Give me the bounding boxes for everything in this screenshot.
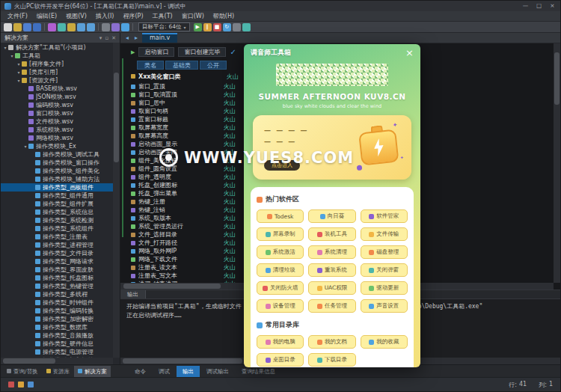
tree-item[interactable]: 操作类模块_调试工具 — [1, 150, 113, 159]
column-header-baseclass[interactable]: 基础类 — [165, 61, 198, 70]
close-icon[interactable]: ✕ — [111, 35, 116, 41]
output-tab[interactable]: 命令 — [129, 366, 152, 377]
editor-vertical-scrollbar[interactable] — [554, 43, 560, 283]
tree-item[interactable]: 操作类型_文件目录 — [1, 249, 113, 257]
app-button[interactable]: 关闭防火墙 — [257, 281, 304, 295]
app-button[interactable]: 关闭弹窗 — [361, 263, 408, 277]
tree-item[interactable]: 系统模块.wsv — [1, 126, 113, 134]
tree-item[interactable]: 操作类型_电源管理 — [1, 348, 113, 356]
tree-item[interactable]: 编码模块.wsv — [1, 101, 113, 109]
maximize-icon[interactable]: □ — [535, 1, 543, 10]
tree-item[interactable]: 操作类模块_组件美化 — [1, 167, 113, 175]
app-button[interactable]: UAC权限 — [308, 281, 355, 295]
tab-main-v[interactable]: main.v — [142, 33, 177, 43]
app-button[interactable]: 屏幕录制 — [257, 227, 304, 241]
undo-icon[interactable] — [77, 23, 85, 31]
column-header-classname[interactable]: 类名 — [137, 61, 164, 70]
tree-item[interactable]: 网络模块.wsv — [1, 134, 113, 142]
cut-icon[interactable] — [48, 23, 56, 31]
app-button[interactable]: 我的收藏 — [361, 335, 408, 349]
menu-item[interactable]: 文件(F) — [3, 11, 32, 21]
tree-item[interactable]: 操作类型_系统信息 — [1, 208, 113, 216]
tree-item[interactable]: 窗口模块.wsv — [1, 109, 113, 117]
tree-item[interactable]: ▾[程序集文件] — [1, 60, 113, 68]
minimize-icon[interactable]: — — [521, 1, 530, 10]
debug-icon[interactable] — [121, 23, 129, 31]
pin-icon[interactable]: ▫ — [105, 35, 108, 41]
nav-back-icon[interactable]: ◂ — [123, 33, 132, 43]
tree-item[interactable]: 操作类型_画板组件 — [1, 183, 113, 192]
app-button[interactable]: 任务管理 — [308, 299, 355, 313]
menu-item[interactable]: 编辑(E) — [32, 11, 61, 21]
app-button[interactable]: 设备管理 — [257, 299, 304, 313]
tree-item[interactable]: JSON模块.wsv — [1, 93, 113, 101]
tree-item[interactable]: 操作类型_组件扩展 — [1, 200, 113, 208]
tree-item[interactable]: ▾解决方案"工具箱"(小项目) — [1, 43, 113, 52]
pause-icon[interactable]: ∥ — [203, 23, 212, 31]
panel-tab[interactable]: 资源库 — [43, 366, 74, 377]
paste-icon[interactable] — [67, 23, 76, 31]
app-button[interactable]: 我的文档 — [308, 335, 355, 349]
copy-icon[interactable] — [58, 23, 66, 31]
stop-icon[interactable]: ■ — [213, 23, 221, 31]
tree-item[interactable]: 操作类型_加密解密 — [1, 315, 113, 323]
tree-item[interactable]: ▾操作类模块_Ex — [1, 142, 113, 150]
tree-horizontal-scrollbar[interactable] — [1, 358, 113, 364]
tree-item[interactable]: ▾工具箱 — [1, 52, 113, 60]
app-button[interactable]: 装机工具 — [308, 227, 355, 241]
save-all-icon[interactable] — [33, 23, 41, 31]
output-tab[interactable]: 调试 — [153, 366, 176, 377]
tree-item[interactable]: 操作类型_数据库 — [1, 323, 113, 331]
settings-icon[interactable] — [233, 23, 241, 31]
app-button[interactable]: 文件传输 — [361, 227, 408, 241]
help-icon[interactable] — [242, 23, 251, 31]
startup-window-cell[interactable]: 启动窗口 — [138, 47, 174, 57]
tree-item[interactable]: 操作类型_多线程 — [1, 290, 113, 298]
app-button[interactable]: 向日葵 — [308, 209, 355, 223]
run-icon[interactable]: ▶ — [194, 23, 202, 31]
close-icon[interactable]: × — [548, 1, 557, 10]
output-tab[interactable]: 输出 — [177, 366, 200, 377]
app-button[interactable]: 磁盘整理 — [361, 245, 408, 259]
tree-item[interactable]: 操作类型_组件通用 — [1, 192, 113, 200]
save-icon[interactable] — [23, 23, 31, 31]
output-panel-title[interactable]: 输出 — [120, 290, 146, 298]
tree-item[interactable]: 操作类模块_窗口操作 — [1, 159, 113, 167]
menu-item[interactable]: 工具(T) — [148, 11, 177, 21]
nav-forward-icon[interactable]: ▸ — [132, 33, 141, 43]
build-icon[interactable] — [111, 23, 120, 31]
tree-item[interactable]: 文件模块.wsv — [1, 117, 113, 126]
tree-item[interactable]: ▾[类库引用] — [1, 68, 113, 76]
panel-tab[interactable]: 解决方案 — [74, 366, 111, 377]
menu-item[interactable]: 视图(V) — [61, 11, 91, 21]
app-button[interactable]: 重装系统 — [308, 263, 355, 277]
tree-item[interactable]: BASE模块.wsv — [1, 85, 113, 93]
menu-item[interactable]: 窗口(W) — [177, 11, 209, 21]
output-tab[interactable]: 调试输出 — [200, 366, 235, 377]
tree-item[interactable]: 操作类型_时钟组件 — [1, 298, 113, 307]
app-button[interactable]: 清理垃圾 — [257, 263, 304, 277]
tree-vertical-scrollbar[interactable] — [113, 43, 120, 358]
menu-item[interactable]: 插入(I) — [91, 11, 119, 21]
tree-item[interactable]: 操作类型_系统组件 — [1, 224, 113, 233]
app-button[interactable]: 桌面目录 — [257, 353, 304, 367]
find-icon[interactable] — [102, 23, 110, 31]
tree-item[interactable]: 操作类型_音频播放 — [1, 331, 113, 340]
menu-item[interactable]: 帮助(H) — [209, 11, 239, 21]
tree-item[interactable]: 操作类型_进程管理 — [1, 241, 113, 249]
open-file-icon[interactable] — [13, 23, 22, 31]
tree-item[interactable]: 操作类型_网络请求 — [1, 257, 113, 266]
close-icon[interactable]: × — [405, 48, 414, 58]
new-file-icon[interactable] — [4, 23, 12, 31]
tree-item[interactable]: 操作类型_编码转换 — [1, 307, 113, 315]
restart-icon[interactable]: ↻ — [223, 23, 231, 31]
app-button[interactable]: Todesk — [257, 209, 304, 223]
dropdown-icon[interactable]: ▾ — [99, 35, 102, 41]
tree-item[interactable]: 操作类型_硬件信息 — [1, 340, 113, 348]
redo-icon[interactable] — [87, 23, 95, 31]
app-button[interactable]: 驱动更新 — [361, 281, 408, 295]
app-button[interactable]: 系统激活 — [257, 245, 304, 259]
app-button[interactable]: 软件管家 — [361, 209, 408, 223]
tree-item[interactable]: 操作类型_界面皮肤 — [1, 266, 113, 274]
tree-item[interactable]: 操作类型_托盘图标 — [1, 274, 113, 282]
